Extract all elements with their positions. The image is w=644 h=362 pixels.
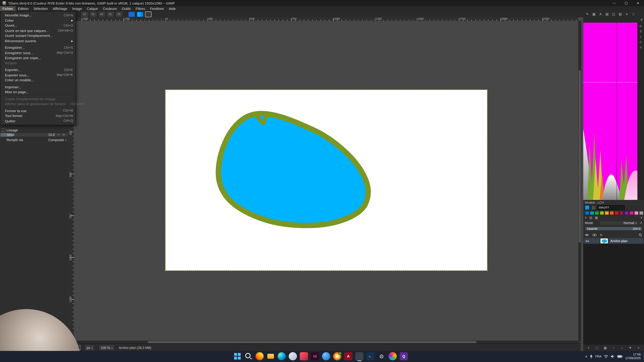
lower-layer-button[interactable]: ↓ <box>620 346 624 350</box>
current-color-swatch[interactable] <box>585 205 590 210</box>
dock-tab-icon-1[interactable]: ▦ <box>592 12 596 16</box>
file-menu-item-1[interactable]: Créer▶ <box>0 18 76 23</box>
q-app-icon[interactable]: Q <box>400 352 408 360</box>
vertical-scrollbar[interactable] <box>578 21 581 341</box>
horizontal-scrollbar-thumb[interactable] <box>148 341 476 343</box>
indesign-icon[interactable]: Id <box>311 352 319 360</box>
threshold-slider[interactable]: Seuil 15.0 − + <box>0 133 68 137</box>
hex-color-input[interactable]: 00b3ff <box>597 205 625 210</box>
file-menu-item-8[interactable]: Enregistrer une copie... <box>0 55 76 61</box>
file-menu-item-11[interactable]: Exporter sous...Maj+Ctrl+E <box>0 72 76 78</box>
start-button[interactable] <box>233 352 242 360</box>
layer-thumbnail[interactable] <box>600 238 608 244</box>
copilot-icon[interactable] <box>289 352 297 360</box>
dock-tab-icon-7[interactable]: □ <box>631 12 636 16</box>
dock-tab-icon-2[interactable]: A <box>598 12 603 16</box>
file-menu-item-2[interactable]: Ouvrir...Ctrl+O <box>0 23 76 28</box>
image-canvas[interactable] <box>166 90 487 271</box>
menubar-item-fenêtres[interactable]: Fenêtres <box>148 6 166 11</box>
file-menu-item-12[interactable]: Créer un modèle... <box>0 78 76 83</box>
palette-swatch-2[interactable] <box>595 211 599 215</box>
menubar-item-aide[interactable]: Aide <box>166 6 178 11</box>
duplicate-layer-button[interactable]: ▣ <box>603 346 608 350</box>
channel-button-G[interactable]: G <box>640 25 642 27</box>
file-menu-item-13[interactable]: Imprimer... <box>0 84 76 89</box>
photoshop-icon[interactable] <box>322 352 330 360</box>
file-menu-item-19[interactable]: QuitterCtrl+Q <box>0 118 76 124</box>
fg-color-swatch[interactable] <box>128 11 135 17</box>
file-explorer-icon[interactable] <box>266 352 275 360</box>
palette-swatch-11[interactable] <box>639 211 644 215</box>
terminal-icon[interactable]: >_ <box>366 352 374 360</box>
palette-option-icon-2[interactable]: ▦ <box>595 216 598 220</box>
unit-dropdown[interactable]: px ▾ <box>84 345 94 351</box>
file-menu-item-18[interactable]: Tout fermerMaj+Ctrl+W <box>0 113 76 118</box>
menubar-item-image[interactable]: Image <box>70 6 84 11</box>
threshold-decrease-button[interactable]: − <box>57 133 60 137</box>
file-menu-item-0[interactable]: Nouvelle image...Ctrl+N <box>0 13 76 18</box>
bucket-fill-tool-icon[interactable] <box>98 11 106 17</box>
dock-collapse-button[interactable]: ◄ <box>640 18 643 21</box>
new-layer-button[interactable]: + <box>586 346 591 350</box>
palette-option-icon-0[interactable]: ≡ <box>585 216 587 220</box>
microphone-icon[interactable] <box>590 355 593 359</box>
palette-swatch-1[interactable] <box>590 211 594 215</box>
zoom-dropdown[interactable]: 100 % ▾ <box>99 345 115 351</box>
palette-swatch-3[interactable] <box>600 211 604 215</box>
gradient-swatch[interactable] <box>137 11 144 17</box>
visibility-column-icon[interactable] <box>585 233 589 236</box>
menubar-item-couleurs[interactable]: Couleurs <box>100 6 119 11</box>
palette-swatch-10[interactable] <box>634 211 639 215</box>
tray-chevron-up-icon[interactable]: ∧ <box>585 355 588 358</box>
layer-row-background[interactable]: Arrière-plan <box>584 238 643 244</box>
browser-icon[interactable] <box>333 352 341 360</box>
link-column-icon[interactable] <box>592 233 597 236</box>
search-icon[interactable] <box>639 233 642 237</box>
file-menu-item-3[interactable]: Ouvrir en tant que calques...Ctrl+Alt+O <box>0 28 76 33</box>
effects-column-icon[interactable]: fx <box>600 233 602 237</box>
palette-swatch-9[interactable] <box>629 211 634 215</box>
menubar-item-filtres[interactable]: Filtres <box>133 6 148 11</box>
channel-button-S[interactable]: S <box>640 30 642 33</box>
pattern-swatch[interactable] <box>145 11 152 17</box>
dock-tab-icon-3[interactable]: ▧ <box>604 12 610 16</box>
file-menu-item-14[interactable]: Mise en page... <box>0 89 76 95</box>
navigation-button[interactable] <box>578 341 581 344</box>
mode-switch-button[interactable]: ↺ <box>640 221 642 225</box>
move-tool-icon[interactable] <box>81 11 88 17</box>
battery-icon[interactable] <box>618 355 623 358</box>
file-menu-item-7[interactable]: Enregistrer sous...Maj+Ctrl+S <box>0 50 76 55</box>
file-menu-item-5[interactable]: Récemment ouverts▶ <box>0 38 76 43</box>
dock-tab-icon-4[interactable]: ◫ <box>611 12 616 16</box>
layer-mode-dropdown[interactable]: Normal ▾ <box>600 221 638 225</box>
wifi-icon[interactable] <box>604 355 608 358</box>
menubar-item-affichage[interactable]: Affichage <box>50 6 70 11</box>
palette-swatch-4[interactable] <box>604 211 609 215</box>
close-button[interactable]: × <box>632 0 644 6</box>
layer-list[interactable] <box>583 244 644 345</box>
vertical-scrollbar-thumb[interactable] <box>579 70 581 243</box>
antialias-checkbox[interactable]: ✓ <box>2 129 5 132</box>
menubar-item-outils[interactable]: Outils <box>119 6 133 11</box>
speaker-icon[interactable] <box>611 355 615 358</box>
clock[interactable]: 17:56 17/09/2025 <box>625 353 641 360</box>
palette-option-icon-1[interactable]: ▤ <box>589 216 592 220</box>
file-menu-item-4[interactable]: Ouvrir suivant l'emplacement... <box>0 33 76 38</box>
palette-option-icon-3[interactable]: ▾ <box>641 216 642 220</box>
palette-swatch-0[interactable] <box>585 211 589 215</box>
new-group-button[interactable]: □ <box>594 346 600 350</box>
horizontal-scrollbar[interactable] <box>74 341 578 344</box>
fill-by-dropdown[interactable]: Composite ▾ <box>48 138 66 142</box>
palette-swatch-5[interactable] <box>610 211 614 215</box>
lch-color-picker[interactable] <box>583 23 638 200</box>
minimize-button[interactable]: — <box>608 0 620 6</box>
canvas-area[interactable] <box>74 21 578 341</box>
raise-layer-button[interactable]: ↑ <box>611 346 616 350</box>
channel-button-C[interactable]: C <box>640 40 642 43</box>
layer-visible-icon[interactable] <box>585 240 589 242</box>
dock-tab-icon-0[interactable]: ✎ <box>585 12 590 16</box>
paint-icon[interactable] <box>388 352 397 360</box>
menubar-item-calque[interactable]: Calque <box>84 6 100 11</box>
palette-swatch-8[interactable] <box>624 211 629 215</box>
media-app-icon[interactable] <box>300 352 308 360</box>
